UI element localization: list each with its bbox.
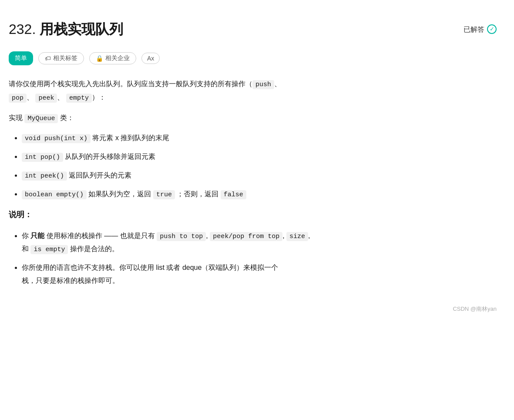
method-empty-true: true — [153, 190, 175, 199]
note2-text: 你所使用的语言也许不支持栈。你可以使用 list 或者 deque（双端队列）来… — [22, 264, 278, 284]
method-empty-desc2: ；否则，返回 — [175, 190, 221, 198]
note1-code-size: size — [286, 232, 308, 241]
note-item-2: 你所使用的语言也许不支持栈。你可以使用 list 或者 deque（双端队列）来… — [22, 261, 497, 287]
note1-after: 使用标准的栈操作 —— 也就是只有 — [44, 232, 157, 239]
problem-content: 请你仅使用两个栈实现先入先出队列。队列应当支持一般队列支持的所有操作（push、… — [9, 77, 497, 287]
method-empty-desc1: 如果队列为空，返回 — [88, 190, 153, 198]
note1-after3: 操作是合法的。 — [68, 245, 118, 252]
translate-button[interactable]: Ax — [141, 53, 160, 64]
intro-sep2: 、 — [27, 94, 34, 101]
note1-code-push: push to top — [157, 232, 206, 241]
intro-end: ）： — [92, 94, 106, 101]
method-pop: int pop() 从队列的开头移除并返回元素 — [22, 150, 497, 164]
related-company-label: 相关企业 — [105, 54, 130, 62]
intro-code-push: push — [252, 80, 274, 89]
method-push-code: void push(int x) — [22, 134, 91, 143]
method-peek-desc: 返回队列开头的元素 — [69, 171, 131, 179]
method-peek-code: int peek() — [22, 171, 67, 181]
related-company-button[interactable]: 🔒 相关企业 — [89, 52, 136, 64]
note1-comma2: , — [282, 232, 286, 239]
note1-before: 你 — [22, 232, 30, 239]
methods-list: void push(int x) 将元素 x 推到队列的末尾 int pop()… — [9, 131, 497, 201]
intro-sep1: 、 — [274, 80, 281, 87]
method-push: void push(int x) 将元素 x 推到队列的末尾 — [22, 131, 497, 145]
intro-sep3: 、 — [57, 94, 64, 101]
notes-title: 说明： — [9, 208, 497, 222]
intro-paragraph: 请你仅使用两个栈实现先入先出队列。队列应当支持一般队列支持的所有操作（push、… — [9, 77, 497, 104]
tag-icon: 🏷 — [45, 55, 51, 62]
intro-code-pop: pop — [9, 94, 27, 103]
impl-line: 实现 MyQueue 类： — [9, 111, 497, 125]
solved-icon: ✓ — [487, 24, 497, 34]
notes-list: 你 只能 使用标准的栈操作 —— 也就是只有 push to top, peek… — [9, 229, 497, 287]
page-title: 232. 用栈实现队列 — [9, 17, 123, 41]
intro-code-empty: empty — [66, 94, 92, 103]
impl-label: 实现 — [9, 114, 24, 121]
tags-row: 简单 🏷 相关标签 🔒 相关企业 Ax — [9, 51, 497, 65]
related-tags-button[interactable]: 🏷 相关标签 — [38, 52, 84, 64]
related-tags-label: 相关标签 — [53, 54, 77, 62]
method-empty-code: boolean empty() — [22, 190, 87, 199]
problem-title: 用栈实现队列 — [40, 21, 123, 37]
solved-label: 已解答 — [464, 24, 484, 35]
method-empty: boolean empty() 如果队列为空，返回 true ；否则，返回 fa… — [22, 188, 497, 201]
lock-icon: 🔒 — [96, 55, 103, 62]
method-push-desc: 将元素 x 推到队列的末尾 — [92, 134, 169, 141]
note1-code-isempty: is empty — [30, 245, 68, 254]
solved-badge: 已解答 ✓ — [464, 24, 497, 35]
intro-text: 请你仅使用两个栈实现先入先出队列。队列应当支持一般队列支持的所有操作（ — [9, 80, 252, 87]
method-pop-code: int pop() — [22, 153, 63, 162]
method-empty-false: false — [221, 190, 246, 199]
note1-code-peek: peek/pop from top — [210, 232, 282, 241]
problem-number: 232. — [9, 21, 36, 37]
page-header: 232. 用栈实现队列 已解答 ✓ — [9, 17, 497, 41]
translate-label: Ax — [147, 55, 154, 62]
method-pop-desc: 从队列的开头移除并返回元素 — [65, 153, 155, 160]
difficulty-tag[interactable]: 简单 — [9, 51, 33, 65]
footer-credit: CSDN @南林yan — [9, 304, 497, 314]
impl-end: 类： — [58, 114, 74, 121]
note-item-1: 你 只能 使用标准的栈操作 —— 也就是只有 push to top, peek… — [22, 229, 497, 256]
method-peek: int peek() 返回队列开头的元素 — [22, 169, 497, 182]
note1-bold: 只能 — [30, 232, 44, 239]
note1-comma1: , — [206, 232, 210, 239]
intro-code-peek: peek — [35, 94, 57, 103]
impl-class: MyQueue — [24, 114, 58, 123]
